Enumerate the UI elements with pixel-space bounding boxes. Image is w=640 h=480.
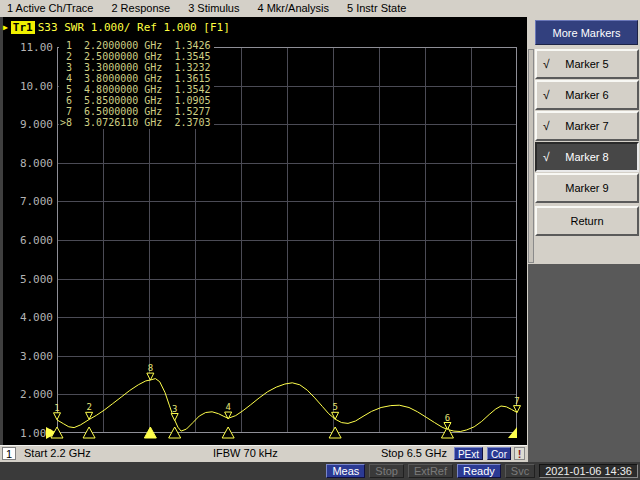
menu-item[interactable]: 5 Instr State xyxy=(347,2,406,17)
y-axis-tick-label: 2.000 xyxy=(20,388,53,401)
marker-trace-symbol xyxy=(332,412,339,419)
vna-window: 1 Active Ch/Trace2 Response3 Stimulus4 M… xyxy=(0,0,640,480)
softkey-menu-title: More Markers xyxy=(535,20,638,45)
marker-number-label: 3 xyxy=(172,404,177,414)
active-trace-arrow-icon: ▶ xyxy=(3,22,8,33)
marker-table-row: 4 3.8000000 GHz 1.3615 xyxy=(60,73,211,84)
status-indicator: ExtRef xyxy=(408,464,453,478)
marker-number-label: 6 xyxy=(445,413,450,423)
softkey-label: Marker 8 xyxy=(565,151,608,163)
status-indicator: Svc xyxy=(505,464,535,478)
softkey-label: Marker 7 xyxy=(565,120,608,132)
softkey-scrollbar[interactable] xyxy=(528,49,534,263)
softkey-button[interactable]: Return xyxy=(535,206,639,236)
marker-trace-symbol xyxy=(171,414,178,421)
softkey-button[interactable]: √ Marker 5 xyxy=(535,49,639,79)
y-axis-tick-label: 3.000 xyxy=(20,350,53,363)
trace-measurement-text: S33 SWR 1.000/ Ref 1.000 [F1] xyxy=(38,21,230,34)
status-indicator-group: MeasStopExtRefReadySvc xyxy=(326,464,535,478)
y-axis-tick-label: 10.00 xyxy=(20,80,53,93)
menu-item[interactable]: 3 Stimulus xyxy=(188,2,239,17)
marker-table-row: 1 2.2000000 GHz 1.3426 xyxy=(60,40,211,51)
softkey-label: Marker 5 xyxy=(565,58,608,70)
marker-table-row: 6 5.8500000 GHz 1.0905 xyxy=(60,95,211,106)
cor-badge: Cor xyxy=(487,447,511,460)
start-frequency-label: Start 2.2 GHz xyxy=(24,447,91,459)
datetime-display: 2021-01-06 14:36 xyxy=(539,464,638,478)
y-axis-tick-label: 5.000 xyxy=(20,273,53,286)
checkmark-icon: √ xyxy=(543,88,550,102)
marker-trace-symbol xyxy=(54,413,61,420)
marker-number-label: 7 xyxy=(514,396,519,406)
status-indicator: Ready xyxy=(457,464,501,478)
softkey-button-group: √ Marker 5 √ Marker 6 √ Marker 7 √ Marke… xyxy=(535,49,639,237)
softkey-sidebar: More Markers √ Marker 5 √ Marker 6 √ Mar… xyxy=(527,17,640,462)
y-axis-tick-label: 4.000 xyxy=(20,311,53,324)
marker-table-row: 2 2.5000000 GHz 1.3545 xyxy=(60,51,211,62)
softkey-button[interactable]: √ Marker 7 xyxy=(535,111,639,141)
softkey-button[interactable]: √ Marker 8 xyxy=(535,142,639,172)
sidebar-empty-area xyxy=(528,264,640,462)
marker-trace-symbol xyxy=(225,412,232,419)
softkey-label: Marker 6 xyxy=(565,89,608,101)
status-indicator: Stop xyxy=(369,464,404,478)
y-axis-tick-label: 7.000 xyxy=(20,195,53,208)
marker-number-label: 4 xyxy=(225,402,230,412)
marker-table-row: 7 6.5000000 GHz 1.5277 xyxy=(60,106,211,117)
softkey-label: Marker 9 xyxy=(565,182,608,194)
marker-number-label: 2 xyxy=(86,402,91,412)
trace-label-badge[interactable]: Tr1 xyxy=(11,21,35,34)
menu-item[interactable]: 1 Active Ch/Trace xyxy=(7,2,93,17)
marker-table: 1 2.2000000 GHz 1.3426 2 2.5000000 GHz 1… xyxy=(59,40,214,129)
trace-header: ▶ Tr1 S33 SWR 1.000/ Ref 1.000 [F1] xyxy=(3,21,230,34)
y-axis-tick-label: 8.000 xyxy=(20,157,53,170)
checkmark-icon: √ xyxy=(543,119,550,133)
warning-badge: ! xyxy=(514,447,525,460)
marker-table-row: 3 3.3000000 GHz 1.3232 xyxy=(60,62,211,73)
stop-frequency-label: Stop 6.5 GHz xyxy=(381,447,447,459)
softkey-label: Return xyxy=(570,215,603,227)
channel-status-bar: 1 Start 2.2 GHz IFBW 70 kHz Stop 6.5 GHz… xyxy=(0,445,527,462)
marker-table-row: >8 3.0726110 GHz 2.3703 xyxy=(60,117,211,128)
y-axis-tick-label: 6.000 xyxy=(20,234,53,247)
pext-badge: PExt xyxy=(454,447,483,460)
marker-table-row: 5 4.8000000 GHz 1.3542 xyxy=(60,84,211,95)
checkmark-icon: √ xyxy=(543,150,550,164)
softkey-button[interactable]: Marker 9 xyxy=(535,173,639,203)
marker-number-label: 5 xyxy=(332,402,337,412)
status-indicator: Meas xyxy=(326,464,365,478)
y-axis-tick-label: 9.000 xyxy=(20,118,53,131)
channel-number-box: 1 xyxy=(2,447,16,460)
marker-number-label: 8 xyxy=(148,363,153,373)
instrument-screen: 11.0010.009.0008.0007.0006.0005.0004.000… xyxy=(0,17,527,462)
menu-bar: 1 Active Ch/Trace2 Response3 Stimulus4 M… xyxy=(0,0,640,17)
status-bar: MeasStopExtRefReadySvc 2021-01-06 14:36 xyxy=(0,462,640,480)
softkey-button[interactable]: √ Marker 6 xyxy=(535,80,639,110)
y-axis-tick-label: 11.00 xyxy=(20,41,53,54)
menu-item[interactable]: 4 Mkr/Analysis xyxy=(257,2,329,17)
menu-item[interactable]: 2 Response xyxy=(111,2,170,17)
ifbw-label: IFBW 70 kHz xyxy=(213,447,278,459)
checkmark-icon: √ xyxy=(543,57,550,71)
marker-number-label: 1 xyxy=(54,403,59,413)
